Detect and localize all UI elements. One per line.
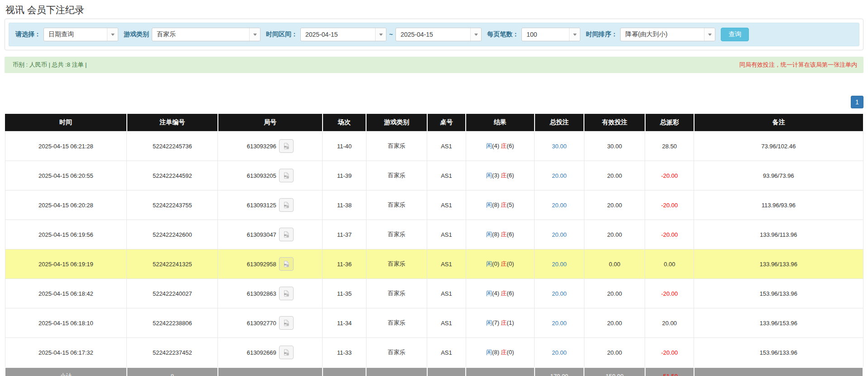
banker-result-label: 庄 — [501, 319, 507, 326]
film-icon — [283, 231, 290, 238]
cell-result: 闲(3) 庄(6) — [466, 161, 535, 190]
total-bet-link[interactable]: 20.00 — [552, 202, 567, 209]
col-header-game-type: 游戏类别 — [366, 114, 427, 132]
time-sort-select[interactable]: 降幂(由大到小) — [620, 28, 715, 41]
game-type-select[interactable]: 百家乐 — [152, 28, 260, 41]
cell-valid-bet: 0.00 — [584, 249, 645, 279]
cell-game-type: 百家乐 — [366, 308, 427, 338]
film-icon — [283, 201, 290, 209]
cell-round-id: 613092863 — [218, 279, 323, 308]
video-replay-button[interactable] — [279, 228, 294, 241]
total-bet-link[interactable]: 30.00 — [552, 143, 567, 150]
cell-table-no: AS1 — [427, 220, 466, 249]
video-replay-button[interactable] — [279, 346, 294, 359]
query-type-select[interactable]: 日期查询 — [43, 28, 118, 41]
table-row: 2025-04-15 06:19:56 522422242600 6130930… — [5, 220, 863, 249]
valid-bet-note: 同局有效投注，统一计算在该局第一张注单内 — [739, 61, 857, 69]
cell-remark: 153.96/133.96 — [694, 279, 863, 308]
game-type-label: 游戏类别 — [124, 30, 149, 39]
col-header-payout: 总派彩 — [645, 114, 694, 132]
col-header-result: 结果 — [466, 114, 535, 132]
cell-result: 闲(7) 庄(1) — [466, 308, 535, 338]
player-result-label: 闲 — [486, 231, 492, 238]
col-header-round-id: 局号 — [218, 114, 323, 132]
film-icon — [283, 172, 290, 179]
cell-valid-bet: 20.00 — [584, 338, 645, 368]
total-bet-link[interactable]: 20.00 — [552, 231, 567, 238]
total-bet-link[interactable]: 20.00 — [552, 349, 567, 356]
cell-table-no: AS1 — [427, 279, 466, 308]
time-range-label: 时间区间： — [266, 30, 298, 39]
total-bet-link[interactable]: 20.00 — [552, 290, 567, 297]
cell-valid-bet: 20.00 — [584, 161, 645, 190]
round-id: 613093296 — [247, 143, 276, 150]
cell-table-no: AS1 — [427, 161, 466, 190]
cell-game-type: 百家乐 — [366, 132, 427, 161]
cell-total-bet: 20.00 — [535, 161, 584, 190]
player-result-value: (0) — [492, 260, 499, 267]
video-replay-button[interactable] — [279, 198, 294, 212]
cell-bet-id: 522422241325 — [127, 249, 218, 279]
player-result-label: 闲 — [486, 290, 492, 297]
currency-summary-text: 币别 : 人民币 | 总共 :8 注单 | — [13, 61, 87, 69]
cell-time: 2025-04-15 06:19:56 — [5, 220, 127, 249]
time-sort-label: 时间排序： — [586, 30, 617, 39]
cell-round-id: 613093296 — [218, 132, 323, 161]
banker-result-label: 庄 — [501, 231, 507, 238]
cell-result: 闲(4) 庄(6) — [466, 132, 535, 161]
cell-game-type: 百家乐 — [366, 190, 427, 220]
cell-remark: 133.96/113.96 — [694, 220, 863, 249]
cell-result: 闲(8) 庄(5) — [466, 190, 535, 220]
banker-result-value: (6) — [507, 142, 514, 149]
cell-remark: 133.96/133.96 — [694, 249, 863, 279]
cell-round-id: 613093125 — [218, 190, 323, 220]
cell-remark: 113.96/93.96 — [694, 190, 863, 220]
empty-cell — [218, 367, 323, 376]
search-button[interactable]: 查询 — [721, 28, 749, 41]
page-size-select[interactable]: 100 — [521, 28, 580, 41]
player-result-value: (8) — [492, 201, 499, 208]
chevron-down-icon — [375, 28, 386, 41]
cell-table-no: AS1 — [427, 308, 466, 338]
cell-total-bet: 30.00 — [535, 132, 584, 161]
cell-session: 11-34 — [323, 308, 366, 338]
table-row: 2025-04-15 06:18:10 522422238806 6130927… — [5, 308, 863, 338]
total-bet-link[interactable]: 20.00 — [552, 320, 567, 327]
banker-result-value: (5) — [507, 201, 514, 208]
player-result-label: 闲 — [486, 142, 492, 149]
cell-result: 闲(4) 庄(6) — [466, 279, 535, 308]
table-header: 时间 注单编号 局号 场次 游戏类别 桌号 结果 总投注 有效投注 总派彩 备注 — [5, 114, 863, 132]
date-to-value: 2025-04-15 — [396, 28, 470, 41]
cell-payout: -20.00 — [645, 338, 694, 368]
round-id: 613093125 — [247, 202, 276, 209]
banker-result-value: (1) — [507, 319, 514, 326]
cell-round-id: 613092958 — [218, 249, 323, 279]
page: 视讯 会员下注纪录 请选择： 日期查询 游戏类别 百家乐 时间区间： 2025-… — [0, 0, 868, 376]
video-replay-button[interactable] — [279, 169, 294, 182]
total-bet-link[interactable]: 20.00 — [552, 172, 567, 179]
date-to-select[interactable]: 2025-04-15 — [395, 28, 482, 41]
cell-session: 11-37 — [323, 220, 366, 249]
date-from-select[interactable]: 2025-04-15 — [300, 28, 386, 41]
round-id: 613092958 — [247, 261, 276, 268]
cell-session: 11-39 — [323, 161, 366, 190]
video-replay-button[interactable] — [279, 287, 294, 300]
cell-game-type: 百家乐 — [366, 338, 427, 368]
video-replay-button[interactable] — [279, 139, 294, 153]
cell-time: 2025-04-15 06:17:32 — [5, 338, 127, 368]
cell-payout: 28.50 — [645, 132, 694, 161]
cell-bet-id: 522422243755 — [127, 190, 218, 220]
col-header-bet-id: 注单编号 — [127, 114, 218, 132]
film-icon — [283, 142, 290, 150]
film-icon — [283, 349, 290, 356]
cell-payout: 20.00 — [645, 308, 694, 338]
video-replay-button[interactable] — [279, 316, 294, 330]
film-icon — [283, 260, 290, 268]
cell-total-bet: 20.00 — [535, 220, 584, 249]
chevron-down-icon — [107, 28, 118, 41]
time-sort-value: 降幂(由大到小) — [621, 28, 704, 41]
date-from-value: 2025-04-15 — [301, 28, 375, 41]
page-button-1[interactable]: 1 — [851, 96, 863, 108]
total-bet-link[interactable]: 20.00 — [552, 261, 567, 268]
video-replay-button[interactable] — [279, 257, 294, 271]
